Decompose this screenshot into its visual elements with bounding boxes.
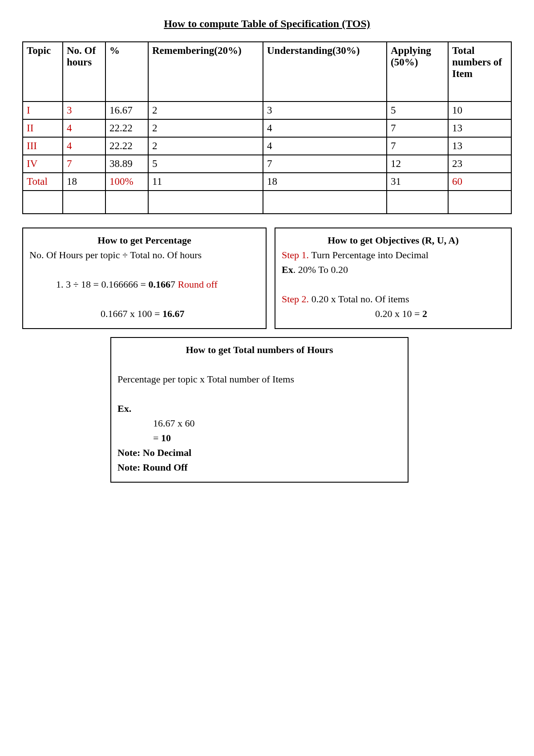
- table-row: IV 7 38.89 5 7 12 23: [23, 155, 511, 173]
- page-title: How to compute Table of Specification (T…: [22, 18, 512, 30]
- cell-r: 2: [148, 137, 263, 155]
- total-hours-formula: Percentage per topic x Total number of I…: [117, 372, 401, 386]
- objectives-step-2: Step 2. 0.20 x Total no. Of items: [282, 292, 505, 306]
- cell-total: 13: [448, 119, 511, 137]
- example-label: Ex.: [117, 401, 401, 416]
- round-off-label: Round off: [178, 279, 217, 290]
- cell-a: 12: [387, 155, 448, 173]
- cell-u: 3: [263, 102, 387, 119]
- percentage-formula: No. Of Hours per topic ÷ Total no. Of ho…: [29, 248, 259, 262]
- calc-text: 0.20 x 10 =: [375, 308, 422, 319]
- calc-result: 2: [422, 308, 427, 319]
- objectives-example: Ex. 20% To 0.20: [282, 262, 505, 277]
- objectives-calc: 0.20 x 10 = 2: [282, 306, 505, 321]
- cell-total-a: 31: [387, 173, 448, 191]
- cell-total-label: Total: [23, 173, 63, 191]
- col-understanding: Understanding(30%): [263, 42, 387, 102]
- cell-topic: I: [23, 102, 63, 119]
- cell-r: 5: [148, 155, 263, 173]
- col-remembering: Remembering(20%): [148, 42, 263, 102]
- calc-text: 7: [170, 279, 178, 290]
- cell-u: 7: [263, 155, 387, 173]
- cell-a: 7: [387, 137, 448, 155]
- cell-topic: II: [23, 119, 63, 137]
- cell-total-pct: 100%: [105, 173, 148, 191]
- cell-total-total: 60: [448, 173, 511, 191]
- total-hours-box: How to get Total numbers of Hours Percen…: [110, 337, 409, 483]
- total-hours-calc-1: 16.67 x 60: [117, 416, 401, 431]
- tos-table: Topic No. Of hours % Remembering(20%) Un…: [22, 41, 512, 214]
- col-hours: No. Of hours: [63, 42, 105, 102]
- cell-topic: IV: [23, 155, 63, 173]
- info-boxes-row: How to get Percentage No. Of Hours per t…: [22, 228, 512, 329]
- calc-bold: 0.166: [148, 279, 170, 290]
- table-empty-row: [23, 191, 511, 214]
- total-hours-calc-2: = 10: [117, 431, 401, 445]
- cell-a: 5: [387, 102, 448, 119]
- calc-result: 10: [161, 432, 171, 443]
- objectives-step-1: Step 1. Turn Percentage into Decimal: [282, 248, 505, 262]
- step-text: 0.20 x Total no. Of items: [309, 293, 409, 305]
- cell-total: 13: [448, 137, 511, 155]
- cell-hours: 4: [63, 119, 105, 137]
- step-label: Step 1.: [282, 249, 309, 260]
- cell-a: 7: [387, 119, 448, 137]
- cell-pct: 16.67: [105, 102, 148, 119]
- table-row: III 4 22.22 2 4 7 13: [23, 137, 511, 155]
- cell-total-r: 11: [148, 173, 263, 191]
- cell-pct: 22.22: [105, 137, 148, 155]
- table-row: II 4 22.22 2 4 7 13: [23, 119, 511, 137]
- col-applying: Applying (50%): [387, 42, 448, 102]
- percentage-calc-2: 0.1667 x 100 = 16.67: [29, 306, 259, 321]
- cell-total-u: 18: [263, 173, 387, 191]
- table-header-row: Topic No. Of hours % Remembering(20%) Un…: [23, 42, 511, 102]
- cell-topic: III: [23, 137, 63, 155]
- total-hours-box-title: How to get Total numbers of Hours: [117, 342, 401, 357]
- cell-u: 4: [263, 119, 387, 137]
- table-total-row: Total 18 100% 11 18 31 60: [23, 173, 511, 191]
- cell-u: 4: [263, 137, 387, 155]
- cell-pct: 22.22: [105, 119, 148, 137]
- col-pct: %: [105, 42, 148, 102]
- cell-pct: 38.89: [105, 155, 148, 173]
- cell-r: 2: [148, 102, 263, 119]
- calc-text: =: [153, 432, 161, 443]
- cell-total: 10: [448, 102, 511, 119]
- cell-hours: 4: [63, 137, 105, 155]
- note-round-off: Note: Round Off: [117, 460, 401, 475]
- cell-r: 2: [148, 119, 263, 137]
- calc-text: 0.1667 x 100 =: [101, 308, 162, 319]
- percentage-box: How to get Percentage No. Of Hours per t…: [22, 228, 267, 329]
- step-label: Step 2.: [282, 293, 309, 305]
- cell-total: 23: [448, 155, 511, 173]
- note-no-decimal: Note: No Decimal: [117, 445, 401, 460]
- example-text: . 20% To 0.20: [293, 264, 348, 275]
- table-row: I 3 16.67 2 3 5 10: [23, 102, 511, 119]
- percentage-box-title: How to get Percentage: [29, 233, 259, 248]
- col-total: Total numbers of Item: [448, 42, 511, 102]
- cell-total-hours: 18: [63, 173, 105, 191]
- col-topic: Topic: [23, 42, 63, 102]
- objectives-box: How to get Objectives (R, U, A) Step 1. …: [275, 228, 512, 329]
- calc-text: 1. 3 ÷ 18 = 0.166666 =: [56, 279, 148, 290]
- calc-result: 16.67: [162, 308, 185, 319]
- objectives-box-title: How to get Objectives (R, U, A): [282, 233, 505, 248]
- cell-hours: 7: [63, 155, 105, 173]
- cell-hours: 3: [63, 102, 105, 119]
- step-text: Turn Percentage into Decimal: [309, 249, 429, 260]
- example-label: Ex: [282, 264, 293, 275]
- percentage-calc-1: 1. 3 ÷ 18 = 0.166666 = 0.1667 Round off: [29, 277, 259, 292]
